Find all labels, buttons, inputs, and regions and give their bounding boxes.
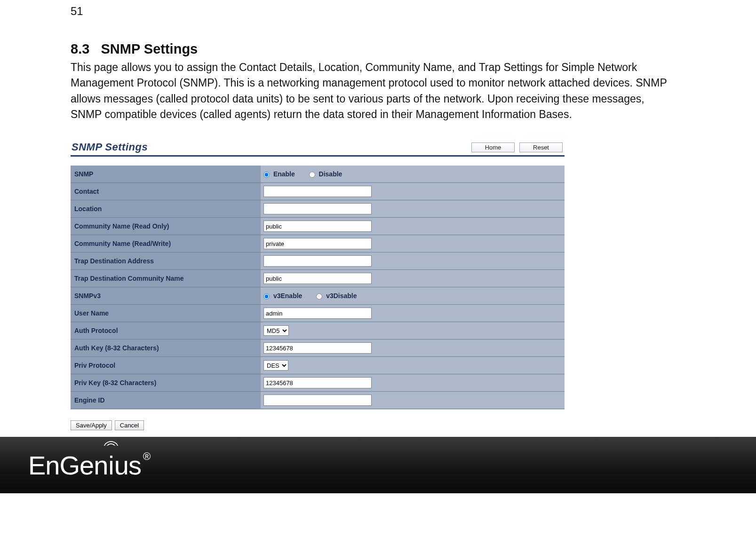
row-auth-proto: Auth Protocol MD5 [71,322,565,340]
row-comm-ro: Community Name (Read Only) [71,218,565,235]
priv-proto-select[interactable]: DES [263,360,288,371]
panel-title: SNMP Settings [72,141,148,153]
comm-rw-input[interactable] [263,238,372,249]
snmp-table: SNMP Enable Disable Contact Location Com… [71,165,565,409]
label-priv-proto: Priv Protocol [71,357,261,374]
snmpv3-enable-label: v3Enable [273,292,302,300]
row-snmpv3: SNMPv3 v3Enable v3Disable [71,287,565,305]
snmpv3-disable-label: v3Disable [326,292,357,300]
brand-text-2: us [114,450,141,481]
row-location: Location [71,200,565,218]
auth-key-input[interactable] [263,342,372,354]
label-engine: Engine ID [71,392,261,409]
cancel-button[interactable]: Cancel [115,420,144,430]
row-comm-rw: Community Name (Read/Write) [71,235,565,253]
registered-mark: ® [143,450,150,463]
priv-key-input[interactable] [263,377,372,388]
row-trap-comm: Trap Destination Community Name [71,270,565,287]
label-comm-ro: Community Name (Read Only) [71,218,261,235]
row-priv-key: Priv Key (8-32 Characters) [71,374,565,392]
row-snmp: SNMP Enable Disable [71,166,565,183]
location-input[interactable] [263,203,372,214]
user-input[interactable] [263,308,372,319]
page-footer: EnGenius® [0,437,756,493]
section-number: 8.3 [71,41,89,56]
section-heading: 8.3 SNMP Settings [71,41,682,57]
label-trap-addr: Trap Destination Address [71,253,261,270]
row-contact: Contact [71,183,565,200]
comm-ro-input[interactable] [263,221,372,232]
trap-comm-input[interactable] [263,273,372,284]
page-number: 51 [71,5,682,18]
home-button[interactable]: Home [471,142,515,152]
trap-addr-input[interactable] [263,255,372,267]
label-priv-key: Priv Key (8-32 Characters) [71,374,261,392]
auth-proto-select[interactable]: MD5 [263,325,289,336]
row-priv-proto: Priv Protocol DES [71,357,565,374]
contact-input[interactable] [263,186,372,197]
row-auth-key: Auth Key (8-32 Characters) [71,340,565,357]
reset-button[interactable]: Reset [519,142,563,152]
snmp-enable-radio[interactable] [263,172,270,178]
brand-text-1: EnGen [28,450,108,481]
label-auth-key: Auth Key (8-32 Characters) [71,340,261,357]
label-user: User Name [71,305,261,322]
engine-input[interactable] [263,395,372,406]
label-auth-proto: Auth Protocol [71,322,261,340]
label-trap-comm: Trap Destination Community Name [71,270,261,287]
section-body: This page allows you to assign the Conta… [71,60,677,122]
snmpv3-disable-radio[interactable] [316,293,322,300]
snmp-disable-radio[interactable] [309,172,315,178]
snmp-settings-screenshot: SNMP Settings Home Reset SNMP Enable Dis… [71,141,565,430]
snmp-enable-label: Enable [273,170,295,178]
save-apply-button[interactable]: Save/Apply [71,420,112,430]
snmp-disable-label: Disable [319,170,342,178]
label-snmpv3: SNMPv3 [71,287,261,305]
row-engine: Engine ID [71,392,565,409]
label-location: Location [71,200,261,218]
row-trap-addr: Trap Destination Address [71,253,565,270]
label-comm-rw: Community Name (Read/Write) [71,235,261,253]
label-snmp: SNMP [71,166,261,183]
wifi-icon: i [108,450,114,481]
section-title: SNMP Settings [101,41,198,56]
label-contact: Contact [71,183,261,200]
brand-logo: EnGenius® [28,450,150,481]
snmpv3-enable-radio[interactable] [263,293,270,300]
row-user: User Name [71,305,565,322]
